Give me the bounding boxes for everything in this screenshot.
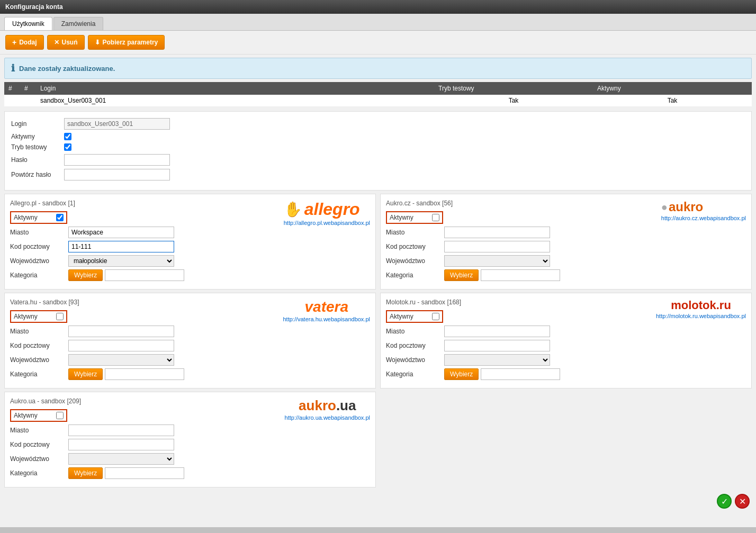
allegro-kod-input[interactable] bbox=[68, 241, 174, 252]
tab-zamowienia[interactable]: Zamówienia bbox=[53, 17, 104, 30]
vatera-miasto-input[interactable] bbox=[68, 326, 174, 337]
allegro-kategoria-label: Kategoria bbox=[10, 272, 68, 279]
info-message: Dane zostały zaktualizowane. bbox=[19, 65, 115, 73]
aukro-cz-woj-select[interactable] bbox=[444, 255, 550, 267]
allegro-aktywny-checkbox[interactable] bbox=[56, 214, 64, 221]
molotok-aktywny-row: Aktywny bbox=[386, 310, 443, 323]
aukro-cz-kategoria-label: Kategoria bbox=[386, 272, 444, 279]
haslo-label: Hasło bbox=[11, 156, 64, 164]
row-check2 bbox=[20, 95, 36, 107]
users-table: # # Login Tryb testowy Aktywny sandbox_U… bbox=[4, 82, 752, 107]
login-input[interactable] bbox=[64, 118, 170, 130]
allegro-miasto-label: Miasto bbox=[10, 229, 68, 236]
molotok-miasto-label: Miasto bbox=[386, 328, 444, 335]
molotok-kod-input[interactable] bbox=[444, 340, 550, 351]
allegro-woj-select[interactable]: małopolskie mazowieckie śląskie bbox=[68, 255, 174, 267]
aukro-cz-aktywny-checkbox[interactable] bbox=[432, 214, 439, 221]
tab-uzytkownik[interactable]: Użytkownik bbox=[4, 17, 52, 30]
molotok-aktywny-label: Aktywny bbox=[390, 313, 432, 320]
aukro-cz-woj-label: Województwo bbox=[386, 257, 444, 265]
aukro-ua-miasto-input[interactable] bbox=[68, 424, 174, 436]
molotok-miasto-input[interactable] bbox=[444, 326, 550, 337]
molotok-kategoria-input[interactable] bbox=[481, 368, 560, 380]
ok-button[interactable]: ✓ bbox=[717, 494, 732, 509]
powtorz-input[interactable] bbox=[64, 169, 170, 180]
vatera-kategoria-row: Kategoria Wybierz bbox=[10, 368, 370, 380]
molotok-wybierz-button[interactable]: Wybierz bbox=[444, 368, 479, 380]
col-login: Login bbox=[36, 82, 434, 95]
aukro-ua-kategoria-input[interactable] bbox=[105, 467, 184, 479]
aktywny-checkbox[interactable] bbox=[64, 133, 71, 140]
haslo-input[interactable] bbox=[64, 154, 170, 166]
vatera-miasto-label: Miasto bbox=[10, 328, 68, 335]
download-button[interactable]: ⬇ Pobierz parametry bbox=[88, 35, 165, 50]
tryb-checkbox[interactable] bbox=[64, 143, 71, 151]
aukro-ua-aktywny-checkbox[interactable] bbox=[56, 412, 64, 419]
allegro-miasto-input[interactable] bbox=[68, 227, 174, 238]
ok-icon: ✓ bbox=[721, 496, 728, 507]
molotok-link[interactable]: http://molotok.ru.webapisandbox.pl bbox=[656, 313, 746, 319]
vatera-wybierz-button[interactable]: Wybierz bbox=[68, 368, 103, 380]
allegro-woj-row: Województwo małopolskie mazowieckie śląs… bbox=[10, 255, 370, 267]
aukro-ua-kategoria-row: Kategoria Wybierz bbox=[10, 467, 370, 479]
vatera-link[interactable]: http://vatera.hu.webapisandbox.pl bbox=[283, 316, 370, 322]
tryb-label: Tryb testowy bbox=[11, 143, 64, 151]
aukro-cz-link[interactable]: http://aukro.cz.webapisandbox.pl bbox=[661, 215, 746, 221]
cancel-button[interactable]: ✕ bbox=[735, 494, 750, 509]
add-button[interactable]: + Dodaj bbox=[5, 35, 44, 50]
vatera-aktywny-row: Aktywny bbox=[10, 310, 67, 323]
aukro-cz-kod-input[interactable] bbox=[444, 241, 550, 252]
aukro-cz-kategoria-row: Kategoria Wybierz bbox=[386, 269, 746, 281]
vatera-woj-select[interactable] bbox=[68, 354, 174, 366]
molotok-aktywny-checkbox[interactable] bbox=[432, 313, 439, 320]
powtorz-label: Powtórz hasło bbox=[11, 171, 64, 178]
molotok-kod-label: Kod pocztowy bbox=[386, 342, 444, 349]
aukro-cz-woj-row: Województwo bbox=[386, 255, 746, 267]
login-row: Login bbox=[11, 118, 745, 130]
col-tryb: Tryb testowy bbox=[434, 82, 593, 95]
footer-buttons: ✓ ✕ bbox=[0, 491, 756, 512]
allegro-kategoria-input[interactable] bbox=[105, 269, 184, 281]
vatera-kod-label: Kod pocztowy bbox=[10, 342, 68, 349]
vatera-panel: Vatera.hu - sandbox [93] Aktywny Miasto … bbox=[4, 293, 376, 389]
molotok-woj-row: Województwo bbox=[386, 354, 746, 366]
marketplace-grid-row1: Allegro.pl - sandbox [1] Aktywny Miasto … bbox=[4, 194, 752, 290]
main-container: Użytkownik Zamówienia + Dodaj ✕ Usuń ⬇ P… bbox=[0, 14, 756, 527]
aukro-cz-kategoria-input[interactable] bbox=[481, 269, 560, 281]
vatera-aktywny-checkbox[interactable] bbox=[56, 313, 64, 320]
aukro-ua-link[interactable]: http://aukro.ua.webapisandbox.pl bbox=[285, 414, 370, 421]
molotok-logo-area: molotok.ru http://molotok.ru.webapisandb… bbox=[656, 299, 746, 320]
powtorz-row: Powtórz hasło bbox=[11, 169, 745, 180]
aukro-ua-logo-area: aukro.ua http://aukro.ua.webapisandbox.p… bbox=[285, 398, 370, 421]
aukro-ua-kod-input[interactable] bbox=[68, 439, 174, 450]
allegro-kategoria-row: Kategoria Wybierz bbox=[10, 269, 370, 281]
aukro-ua-miasto-row: Miasto bbox=[10, 424, 370, 436]
allegro-link[interactable]: http://allegro.pl.webapisandbox.pl bbox=[284, 220, 370, 226]
allegro-panel: Allegro.pl - sandbox [1] Aktywny Miasto … bbox=[4, 194, 376, 290]
aukro-cz-miasto-input[interactable] bbox=[444, 227, 550, 238]
row-login: sandbox_User003_001 bbox=[36, 95, 434, 107]
vatera-logo-area: vatera http://vatera.hu.webapisandbox.pl bbox=[283, 299, 370, 323]
aukro-ua-wybierz-button[interactable]: Wybierz bbox=[68, 467, 103, 479]
vatera-miasto-row: Miasto bbox=[10, 326, 370, 337]
aukro-cz-kod-label: Kod pocztowy bbox=[386, 243, 444, 250]
aukro-ua-aktywny-row: Aktywny bbox=[10, 409, 67, 422]
table-row[interactable]: sandbox_User003_001 Tak Tak bbox=[4, 95, 752, 107]
allegro-kod-label: Kod pocztowy bbox=[10, 243, 68, 250]
aukro-cz-miasto-label: Miasto bbox=[386, 229, 444, 236]
allegro-wybierz-button[interactable]: Wybierz bbox=[68, 269, 103, 281]
aukro-cz-kod-row: Kod pocztowy bbox=[386, 241, 746, 252]
aukro-ua-kategoria-label: Kategoria bbox=[10, 469, 68, 477]
login-label: Login bbox=[11, 120, 64, 128]
vatera-kategoria-input[interactable] bbox=[105, 368, 184, 380]
aukro-ua-woj-select[interactable] bbox=[68, 453, 174, 465]
tryb-row: Tryb testowy bbox=[11, 143, 745, 151]
aukro-ua-woj-label: Województwo bbox=[10, 455, 68, 463]
col-hash2: # bbox=[20, 82, 36, 95]
row-aktywny: Tak bbox=[593, 95, 752, 107]
aukro-cz-wybierz-button[interactable]: Wybierz bbox=[444, 269, 479, 281]
molotok-woj-select[interactable] bbox=[444, 354, 550, 366]
molotok-miasto-row: Miasto bbox=[386, 326, 746, 337]
vatera-kod-input[interactable] bbox=[68, 340, 174, 351]
remove-button[interactable]: ✕ Usuń bbox=[47, 35, 85, 50]
